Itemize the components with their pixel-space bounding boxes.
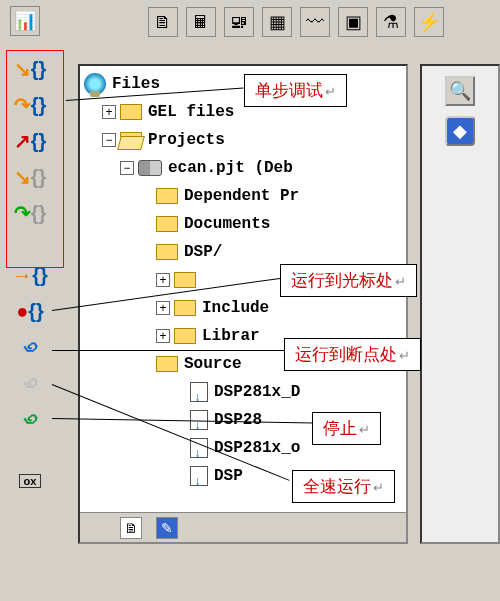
folder-icon [156, 216, 178, 232]
tree-folder[interactable]: Dependent Pr [84, 182, 402, 210]
folder-icon [156, 356, 178, 372]
source-file-icon [190, 466, 208, 486]
run-button[interactable]: ꩜ [14, 332, 46, 362]
expand-icon[interactable]: + [156, 273, 170, 287]
folder-icon [174, 272, 196, 288]
expand-icon[interactable]: + [156, 301, 170, 315]
tool-device[interactable]: 🖳 [224, 7, 254, 37]
callout-halt: 停止↵ [312, 412, 381, 445]
expand-icon[interactable]: + [102, 105, 116, 119]
halt-button[interactable]: ꩜ [14, 368, 46, 398]
tool-action[interactable]: ⚡ [414, 7, 444, 37]
tree-folder[interactable]: Documents [84, 210, 402, 238]
folder-open-icon [120, 132, 142, 148]
expand-icon[interactable]: + [156, 329, 170, 343]
tree-gel[interactable]: +GEL files [84, 98, 402, 126]
collapse-icon[interactable]: − [102, 133, 116, 147]
var-button[interactable]: ox [14, 466, 46, 496]
top-toolbar: 🗎 🖩 🖳 ▦ 〰 ▣ ⚗ ⚡ [148, 4, 490, 40]
tree-projects[interactable]: −Projects [84, 126, 402, 154]
leader-line [52, 350, 286, 351]
callout-break: 运行到断点处↵ [284, 338, 421, 371]
tool-calc[interactable]: 🖩 [186, 7, 216, 37]
folder-icon [174, 328, 196, 344]
callout-cursor: 运行到光标处↵ [280, 264, 417, 297]
collapse-icon[interactable]: − [120, 161, 134, 175]
folder-icon [156, 188, 178, 204]
chart-icon[interactable]: 📊 [10, 6, 40, 36]
zoom-icon[interactable]: 🔍 [445, 76, 475, 106]
callout-step: 单步调试↵ [244, 74, 347, 107]
highlight-step-group [6, 50, 64, 268]
tool-wave[interactable]: 〰 [300, 7, 330, 37]
tab-edit[interactable]: ✎ [156, 517, 178, 539]
tool-grid[interactable]: ▦ [262, 7, 292, 37]
panel-tabs: 🗎 ✎ [80, 512, 406, 542]
run-to-break-button[interactable]: ●{} [14, 296, 46, 326]
tree-folder[interactable]: DSP/ [84, 238, 402, 266]
diamond-icon[interactable]: ◆ [445, 116, 475, 146]
tree-root[interactable]: Files [84, 70, 402, 98]
folder-icon [120, 104, 142, 120]
tool-flask[interactable]: ⚗ [376, 7, 406, 37]
right-panel: 🔍 ◆ [420, 64, 500, 544]
go-button[interactable]: ꩜ [14, 404, 46, 434]
globe-icon [84, 73, 106, 95]
tree-file[interactable]: DSP281x_D [84, 378, 402, 406]
tab-file[interactable]: 🗎 [120, 517, 142, 539]
tool-doc[interactable]: 🗎 [148, 7, 178, 37]
folder-icon [174, 300, 196, 316]
tree-project[interactable]: −ecan.pjt (Deb [84, 154, 402, 182]
source-file-icon [190, 382, 208, 402]
tool-chip[interactable]: ▣ [338, 7, 368, 37]
callout-run: 全速运行↵ [292, 470, 395, 503]
folder-icon [156, 244, 178, 260]
project-icon [138, 160, 162, 176]
